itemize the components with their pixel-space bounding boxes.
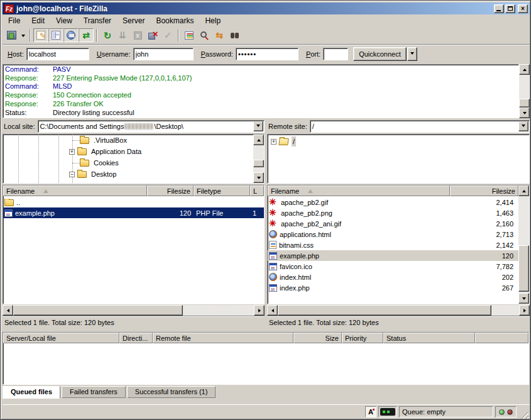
remote-hscrollbar[interactable] xyxy=(267,305,530,316)
file-row[interactable]: favicon.ico 7,782 xyxy=(268,261,529,272)
toggle-local-tree-button[interactable] xyxy=(48,28,63,42)
column-header-size[interactable]: Size xyxy=(293,333,342,343)
disconnect-button[interactable] xyxy=(145,28,160,42)
toggle-message-log-button[interactable] xyxy=(33,28,48,42)
tab-successful-transfers[interactable]: Successful transfers (1) xyxy=(127,386,216,398)
file-row[interactable]: bitnami.css 2,142 xyxy=(268,240,529,250)
column-header-direction[interactable]: Directi... xyxy=(119,333,153,343)
expand-icon[interactable]: + xyxy=(69,149,75,155)
menu-server[interactable]: Server xyxy=(117,15,150,26)
scroll-thumb[interactable] xyxy=(13,305,183,316)
column-header-status[interactable]: Status xyxy=(383,333,475,343)
scroll-up-button[interactable] xyxy=(253,135,264,145)
file-row[interactable]: index.html 202 xyxy=(268,272,529,282)
reconnect-button[interactable]: ✓ xyxy=(160,28,175,42)
transfer-queue[interactable]: Server/Local file Directi... Remote file… xyxy=(3,332,529,385)
local-status-text: Selected 1 file. Total size: 120 bytes xyxy=(3,316,265,328)
column-header-filename[interactable]: Filename xyxy=(268,185,450,196)
scroll-down-button[interactable] xyxy=(253,172,264,183)
scroll-up-button[interactable] xyxy=(519,64,530,75)
local-tree-scrollbar[interactable] xyxy=(253,135,264,183)
process-queue-button[interactable]: ⇊ xyxy=(115,28,130,42)
collapse-icon[interactable]: − xyxy=(69,172,75,177)
file-row[interactable]: apache_pb2.gif 2,414 xyxy=(268,197,529,207)
scroll-thumb[interactable] xyxy=(519,99,530,108)
scroll-thumb[interactable] xyxy=(253,160,264,167)
synchronized-browsing-button[interactable]: ⇆ xyxy=(212,28,227,42)
scroll-down-button[interactable] xyxy=(519,108,530,118)
site-manager-dropdown[interactable] xyxy=(19,28,27,42)
resize-grip[interactable] xyxy=(519,409,528,419)
menu-transfer[interactable]: Transfer xyxy=(78,15,117,26)
local-site-dropdown[interactable] xyxy=(253,121,263,131)
local-hscrollbar[interactable] xyxy=(3,305,265,316)
column-header-filetype[interactable]: Filetype xyxy=(194,185,250,196)
host-input[interactable] xyxy=(26,48,89,60)
remote-directory-tree[interactable]: + / xyxy=(267,134,530,184)
scroll-thumb[interactable] xyxy=(278,305,491,316)
refresh-button[interactable]: ↻ xyxy=(100,28,115,42)
column-header-lastmodified[interactable]: L xyxy=(250,185,264,196)
scroll-left-button[interactable] xyxy=(3,305,13,316)
tree-item-cookies[interactable]: Cookies xyxy=(80,157,120,169)
minimize-button[interactable] xyxy=(494,4,504,13)
expand-icon[interactable]: + xyxy=(271,139,276,145)
scroll-track[interactable] xyxy=(253,145,264,172)
column-header-filesize[interactable]: Filesize xyxy=(147,185,194,196)
quickconnect-dropdown[interactable] xyxy=(407,47,417,61)
speed-limits-indicator[interactable] xyxy=(378,406,397,417)
menu-view[interactable]: View xyxy=(50,15,78,26)
tab-failed-transfers[interactable]: Failed transfers xyxy=(62,386,126,398)
remote-site-dropdown[interactable] xyxy=(518,121,528,131)
scroll-up-button[interactable] xyxy=(518,185,529,196)
close-button[interactable]: × xyxy=(518,4,528,13)
column-header-filesize[interactable]: Filesize xyxy=(450,185,518,196)
scroll-left-button[interactable] xyxy=(267,305,278,316)
tab-queued-files[interactable]: Queued files xyxy=(3,386,60,399)
column-header-filename[interactable]: Filename xyxy=(3,185,147,196)
title-bar[interactable]: Fz john@localhost - FileZilla × xyxy=(3,3,530,14)
remote-site-combo[interactable]: / xyxy=(310,120,530,133)
remote-list-scrollbar[interactable] xyxy=(518,185,529,304)
file-row-selected[interactable]: example.php 120 xyxy=(268,250,529,261)
file-row-example-php[interactable]: example.php 120 PHP File 1 xyxy=(3,207,264,218)
username-input[interactable] xyxy=(133,48,194,60)
scroll-thumb[interactable] xyxy=(518,245,529,292)
tree-item-desktop[interactable]: − Desktop xyxy=(69,169,118,180)
column-header-priority[interactable]: Priority xyxy=(342,333,383,343)
local-site-combo[interactable]: C:\Documents and Settings\Desktop\ xyxy=(38,120,265,133)
column-header-remote-file[interactable]: Remote file xyxy=(153,333,293,343)
cancel-operation-button[interactable]: x xyxy=(130,28,145,42)
transfer-type-indicator[interactable]: A xyxy=(365,406,376,417)
toggle-remote-tree-button[interactable] xyxy=(63,28,79,42)
remote-file-list[interactable]: Filename Filesize apache_pb2.gif 2,414 a… xyxy=(267,185,530,304)
filter-button[interactable] xyxy=(182,28,197,42)
find-files-button[interactable] xyxy=(227,28,242,42)
toggle-queue-button[interactable]: ⇄ xyxy=(79,28,94,42)
menu-file[interactable]: File xyxy=(3,15,26,26)
menu-bookmarks[interactable]: Bookmarks xyxy=(150,15,199,26)
maximize-button[interactable] xyxy=(505,4,515,13)
file-row[interactable]: index.php 267 xyxy=(268,282,529,293)
menu-help[interactable]: Help xyxy=(199,15,226,26)
local-file-list[interactable]: Filename Filesize Filetype L .. example.… xyxy=(3,185,265,304)
file-row[interactable]: apache_pb2.png 1,463 xyxy=(268,207,529,218)
file-row[interactable]: apache_pb2_ani.gif 2,160 xyxy=(268,218,529,229)
local-directory-tree[interactable]: .VirtualBox + Application Data Cookies −… xyxy=(3,134,265,184)
tree-item-application-data[interactable]: + Application Data xyxy=(69,146,143,157)
menu-edit[interactable]: Edit xyxy=(26,15,50,26)
file-row-parent-dir[interactable]: .. xyxy=(3,197,264,207)
scroll-down-button[interactable] xyxy=(518,293,529,304)
site-manager-button[interactable] xyxy=(4,28,19,42)
file-row[interactable]: applications.html 2,713 xyxy=(268,229,529,240)
scroll-right-button[interactable] xyxy=(519,305,530,316)
password-input[interactable] xyxy=(236,48,298,60)
tree-item-virtualbox[interactable]: .VirtualBox xyxy=(80,135,128,146)
quickconnect-button[interactable]: Quickconnect xyxy=(353,47,407,61)
log-scrollbar[interactable] xyxy=(519,64,530,118)
directory-comparison-button[interactable] xyxy=(197,28,212,42)
column-header-server-local-file[interactable]: Server/Local file xyxy=(3,333,119,343)
port-input[interactable] xyxy=(323,48,348,60)
tree-item-root[interactable]: + / xyxy=(271,136,296,147)
scroll-right-button[interactable] xyxy=(254,305,265,316)
